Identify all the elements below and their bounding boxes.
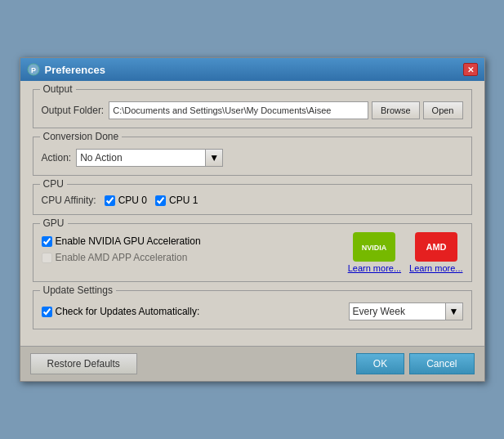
output-folder-input[interactable] [109,101,368,119]
amd-logo: AMD [415,232,457,262]
update-group: Update Settings Check for Updates Automa… [33,290,472,329]
cpu-group: CPU CPU Affinity: CPU 0 CPU 1 [33,184,472,215]
svg-text:NVIDIA: NVIDIA [362,244,387,252]
nvidia-checkbox[interactable] [42,236,52,247]
window-title: Preferences [45,64,105,76]
output-group: Output Output Folder: Browse Open [33,89,472,128]
svg-text:P: P [30,66,35,74]
amd-learn-link[interactable]: Learn more... [409,263,462,273]
cpu-group-label: CPU [40,178,67,190]
browse-button[interactable]: Browse [372,101,420,119]
nvidia-logo-group: NVIDIA Learn more... [348,232,401,273]
cpu0-checkbox-label[interactable]: CPU 0 [105,195,147,206]
update-check-label[interactable]: Check for Updates Automatically: [42,306,349,317]
svg-text:AMD: AMD [426,242,446,252]
cpu-affinity-row: CPU Affinity: CPU 0 CPU 1 [42,195,463,206]
output-folder-row: Output Folder: Browse Open [42,101,463,119]
conversion-done-group: Conversion Done Action: No Action Shut D… [33,137,472,176]
nvidia-label: Enable NVIDIA GPU Acceleration [56,235,201,247]
preferences-window: P Preferences ✕ Output Output Folder: Br… [20,57,485,382]
nvidia-checkbox-label[interactable]: Enable NVIDIA GPU Acceleration [42,235,348,247]
cpu1-checkbox[interactable] [155,195,166,206]
output-folder-label: Output Folder: [42,105,105,116]
gpu-left: Enable NVIDIA GPU Acceleration Enable AM… [42,229,348,273]
cpu-affinity-label: CPU Affinity: [42,195,96,206]
action-select[interactable]: No Action Shut Down Hibernate Stand By [76,149,223,167]
footer: Restore Defaults OK Cancel [20,346,484,381]
cpu0-label: CPU 0 [118,195,147,206]
gpu-section: Enable NVIDIA GPU Acceleration Enable AM… [42,229,463,273]
cpu1-label: CPU 1 [169,195,198,206]
title-bar-left: P Preferences [27,63,105,76]
open-button[interactable]: Open [423,101,463,119]
cpu1-checkbox-label[interactable]: CPU 1 [155,195,198,206]
update-check-text: Check for Updates Automatically: [56,306,200,317]
gpu-group: GPU Enable NVIDIA GPU Acceleration Enabl… [33,223,472,282]
conversion-done-label: Conversion Done [40,131,123,142]
action-row: Action: No Action Shut Down Hibernate St… [42,149,463,167]
cpu0-checkbox[interactable] [105,195,115,206]
frequency-select-wrapper: Every Day Every Week Every Month Never ▼ [349,302,463,320]
update-group-label: Update Settings [40,284,116,296]
app-icon: P [27,63,40,76]
gpu-group-label: GPU [40,217,68,229]
output-group-label: Output [40,83,76,95]
gpu-right: NVIDIA Learn more... AMD Learn more.. [348,229,463,273]
ok-button[interactable]: OK [356,353,404,374]
nvidia-logo: NVIDIA [353,232,395,262]
content-area: Output Output Folder: Browse Open Conver… [20,81,484,346]
cancel-button[interactable]: Cancel [409,353,474,374]
footer-right: OK Cancel [356,353,475,374]
amd-label: Enable AMD APP Acceleration [56,252,188,263]
close-button[interactable]: ✕ [463,63,478,76]
update-row: Check for Updates Automatically: Every D… [42,302,463,320]
update-checkbox[interactable] [42,307,52,317]
frequency-select[interactable]: Every Day Every Week Every Month Never [349,302,463,320]
title-bar: P Preferences ✕ [20,58,484,81]
nvidia-learn-link[interactable]: Learn more... [348,263,401,273]
action-label: Action: [42,152,72,164]
amd-checkbox-label[interactable]: Enable AMD APP Acceleration [42,252,348,263]
restore-defaults-button[interactable]: Restore Defaults [30,353,137,374]
amd-checkbox[interactable] [42,253,52,263]
action-select-wrapper: No Action Shut Down Hibernate Stand By ▼ [76,149,223,167]
amd-logo-group: AMD Learn more... [409,232,462,273]
